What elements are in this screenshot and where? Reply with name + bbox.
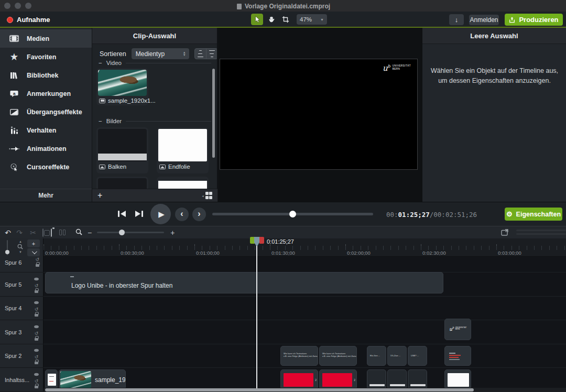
window-zoom-button[interactable] — [25, 3, 31, 9]
sidebar-item-uebergangseffekte[interactable]: Übergangseffekte — [0, 103, 92, 121]
clip-credits[interactable] — [444, 346, 471, 366]
add-track-button[interactable]: + — [27, 239, 40, 247]
media-item-sample-video[interactable]: sample_1920x1... — [96, 68, 148, 105]
eye-icon[interactable] — [34, 371, 39, 378]
lock-icon[interactable] — [35, 290, 38, 293]
view-mode-button[interactable]: ◂ — [202, 192, 212, 199]
redo-button[interactable]: ↷ — [14, 228, 25, 237]
window-close-button[interactable] — [4, 3, 10, 9]
sort-direction-toggle[interactable] — [194, 48, 217, 59]
select-tool-button[interactable] — [251, 14, 263, 25]
image-thumbnail[interactable] — [98, 129, 147, 161]
sort-ascending-icon[interactable] — [195, 49, 206, 59]
clip-balken-3[interactable] — [408, 369, 427, 389]
timeline-ruler[interactable]: 0:00:00;00 0:00:30;00 0:01:00;00 0:01:30… — [43, 238, 566, 257]
track-header-spur5[interactable]: Spur 5 ↺ — [0, 273, 43, 297]
clip-red-callout-1[interactable]: 2 — [280, 369, 318, 389]
clip-text-2[interactable]: Wie kann ich Textnotizen z.B. eine Folge… — [319, 346, 357, 366]
playhead-line[interactable] — [256, 246, 257, 388]
loop-icon[interactable]: ↺ — [35, 257, 39, 262]
record-label[interactable]: Aufnahme — [17, 16, 50, 24]
add-media-button[interactable]: + — [97, 191, 102, 200]
eye-icon[interactable] — [34, 299, 39, 306]
track-header-spur3[interactable]: Spur 3 ↺ — [0, 320, 43, 344]
eye-icon[interactable] — [34, 275, 39, 282]
preview-stage[interactable]: ub UNIVERSITÄT BERN — [220, 59, 418, 170]
lock-icon[interactable] — [35, 386, 38, 388]
sidebar-item-favoriten[interactable]: ★ Favoriten — [0, 48, 92, 66]
undo-button[interactable]: ↶ — [2, 228, 14, 237]
step-back-button[interactable] — [118, 211, 126, 217]
clip-intro-slide[interactable] — [45, 369, 58, 389]
copy-button[interactable] — [42, 229, 43, 236]
timeline-hscroll-thumb[interactable] — [45, 388, 474, 391]
track-height-thumb[interactable] — [5, 250, 9, 254]
track-lane-spur3[interactable] — [43, 320, 566, 344]
clip-text-3[interactable]: Ele-Gen ... — [367, 346, 386, 366]
eye-icon[interactable] — [34, 346, 39, 354]
track-zoom-icon[interactable] — [17, 244, 23, 251]
collapse-dash-icon[interactable]: − — [99, 60, 102, 66]
sidebar-item-cursoreffekte[interactable]: Cursoreffekte — [0, 158, 92, 176]
clip-sample-video[interactable]: sample_192 — [59, 369, 126, 389]
eye-icon[interactable] — [34, 323, 39, 330]
clip-text-1[interactable]: Wie kann ich Textnotizen z.B. eine Folge… — [280, 346, 318, 366]
track-header-inhalt[interactable]: Inhaltss... ↺ — [0, 368, 43, 392]
loop-icon[interactable]: ↺ — [35, 284, 39, 288]
collapse-tracks-button[interactable] — [27, 248, 40, 256]
timeline-zoom-slider[interactable] — [97, 232, 164, 233]
track-lane-spur4[interactable] — [43, 297, 566, 320]
canvas-zoom-select[interactable]: 47% ▼ — [297, 14, 327, 25]
paste-button[interactable] — [51, 229, 52, 236]
play-button[interactable]: ▶ — [150, 204, 171, 224]
record-icon[interactable] — [7, 17, 13, 23]
clip-balken-2[interactable] — [387, 369, 407, 389]
sidebar-item-medien[interactable]: Medien — [0, 29, 92, 48]
clip-panel-scrollbar[interactable] — [212, 69, 215, 158]
playhead-out-handle[interactable] — [259, 237, 264, 244]
signin-button[interactable]: Anmelden — [469, 15, 499, 25]
sidebar-item-verhalten[interactable]: Verhalten — [0, 121, 92, 139]
loop-icon[interactable]: ↺ — [35, 307, 39, 311]
next-button[interactable]: › — [192, 208, 206, 221]
sort-descending-icon[interactable] — [206, 49, 217, 59]
triangle-up-icon[interactable]: ▲ — [19, 240, 22, 243]
pan-tool-button[interactable] — [265, 14, 277, 25]
triangle-down-icon[interactable]: ▼ — [19, 251, 22, 254]
collapse-dash-icon[interactable]: − — [99, 118, 102, 124]
zoom-out-button[interactable]: − — [88, 228, 92, 237]
track-header-spur4[interactable]: Spur 4 ↺ — [0, 297, 43, 320]
scrubber-thumb[interactable] — [289, 211, 296, 217]
crop-tool-button[interactable] — [279, 14, 291, 25]
lock-icon[interactable] — [35, 338, 38, 341]
playhead-in-handle[interactable] — [250, 237, 255, 244]
media-item-balken[interactable]: Balken — [96, 127, 148, 173]
previous-button[interactable]: ‹ — [175, 208, 189, 221]
clip-endfolie[interactable] — [444, 369, 471, 389]
sidebar-item-animationen[interactable]: Animationen — [0, 139, 92, 158]
loop-icon[interactable]: ↺ — [35, 331, 39, 335]
timeline-zoom-thumb[interactable] — [119, 230, 125, 235]
clip-red-callout-2[interactable]: 2 — [319, 369, 357, 389]
eigenschaften-button[interactable]: ⚙ Eigenschaften — [505, 208, 562, 221]
image-thumbnail[interactable] — [158, 129, 207, 161]
loop-icon[interactable]: ↺ — [35, 379, 39, 383]
sidebar-item-bibliothek[interactable]: Bibliothek — [0, 66, 92, 84]
download-button[interactable]: ↓ — [449, 14, 464, 25]
media-item-endfolie[interactable]: Endfolie — [157, 127, 209, 173]
track-header-spur2[interactable]: Spur 2 ↺ — [0, 344, 43, 368]
clip-balken-1[interactable] — [367, 369, 386, 389]
clip-logo-note[interactable]: Logo Unibe - in oberster Spur halten — [45, 272, 443, 293]
clip-text-5[interactable]: USB? ... — [408, 346, 427, 366]
cut-button[interactable]: ✂ — [27, 228, 39, 237]
clip-unibe-logo[interactable]: ub UNIVERSITÄTBERN — [444, 319, 471, 340]
track-lane-spur6[interactable] — [43, 257, 566, 273]
track-header-spur6[interactable]: Spur 6 ↺ — [0, 257, 43, 273]
section-video[interactable]: − Video — [99, 60, 211, 66]
sidebar-more-button[interactable]: Mehr — [0, 189, 92, 202]
window-minimize-button[interactable] — [15, 3, 21, 9]
sidebar-item-anmerkungen[interactable]: a Anmerkungen — [0, 84, 92, 103]
clip-text-4[interactable]: 5%-Zwe ... — [387, 346, 407, 366]
zoom-in-button[interactable]: + — [170, 228, 175, 237]
lock-icon[interactable] — [35, 362, 38, 364]
